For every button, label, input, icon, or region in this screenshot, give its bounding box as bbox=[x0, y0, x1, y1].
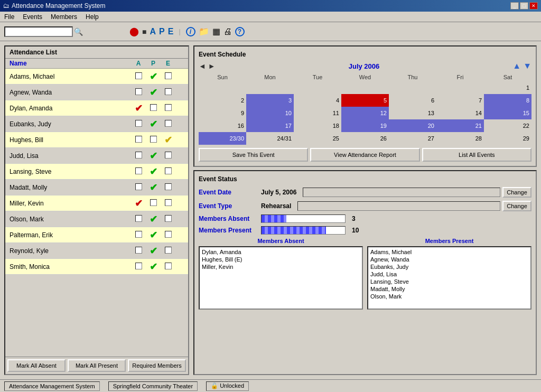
absent-checkbox-11[interactable] bbox=[135, 247, 142, 254]
cal-day[interactable]: 22 bbox=[484, 119, 531, 132]
present-check-11[interactable]: ✔ bbox=[150, 246, 157, 256]
search-icon[interactable]: 🔍 bbox=[74, 27, 83, 36]
cal-day[interactable]: 23/30 bbox=[199, 132, 246, 145]
cal-day[interactable] bbox=[294, 81, 341, 94]
save-event-button[interactable]: Save This Event bbox=[199, 148, 308, 162]
maximize-button[interactable]: □ bbox=[520, 2, 528, 10]
cal-day[interactable]: 13 bbox=[389, 107, 436, 119]
absent-checkbox-12[interactable] bbox=[135, 263, 142, 269]
cal-day-selected[interactable]: 5 bbox=[341, 94, 389, 107]
excused-checkbox-12[interactable] bbox=[165, 263, 172, 269]
help-icon[interactable]: ? bbox=[235, 27, 245, 36]
cal-day[interactable]: 9 bbox=[199, 107, 246, 119]
absent-checkbox-5[interactable] bbox=[135, 152, 142, 158]
menu-members[interactable]: Members bbox=[49, 13, 79, 21]
cal-day[interactable] bbox=[389, 81, 436, 94]
absent-checkbox-6[interactable] bbox=[135, 167, 142, 174]
cal-day[interactable]: 14 bbox=[436, 107, 484, 119]
present-checkbox-4[interactable] bbox=[150, 136, 157, 143]
present-check-0[interactable]: ✔ bbox=[150, 71, 157, 82]
excused-checkbox-6[interactable] bbox=[165, 167, 172, 174]
search-input[interactable] bbox=[4, 26, 73, 37]
excused-checkbox-10[interactable] bbox=[165, 231, 172, 238]
scroll-up-button[interactable]: ▲ bbox=[512, 61, 521, 71]
present-icon[interactable]: P bbox=[159, 27, 165, 36]
grid-icon[interactable]: ▦ bbox=[212, 26, 220, 36]
absent-listbox[interactable]: Dylan, Amanda Hughes, Bill (E) Miller, K… bbox=[199, 246, 363, 310]
present-check-10[interactable]: ✔ bbox=[150, 230, 157, 240]
excused-checkbox-9[interactable] bbox=[165, 215, 172, 222]
cal-day[interactable]: 20 bbox=[389, 119, 436, 132]
present-checkbox-8[interactable] bbox=[150, 199, 157, 206]
absent-checkbox-3[interactable] bbox=[135, 120, 142, 127]
cal-day[interactable]: 29 bbox=[484, 132, 531, 145]
absent-checkbox-1[interactable] bbox=[135, 88, 142, 95]
folder-icon[interactable]: 📁 bbox=[199, 26, 209, 36]
event-type-change-button[interactable]: Change bbox=[502, 201, 531, 211]
mark-all-absent-button[interactable]: Mark All Absent bbox=[7, 359, 66, 372]
absent-checkbox-4[interactable] bbox=[135, 136, 142, 143]
view-attendance-report-button[interactable]: View Attendance Report bbox=[310, 148, 419, 162]
cal-day[interactable]: 28 bbox=[436, 132, 484, 145]
present-check-7[interactable]: ✔ bbox=[150, 182, 157, 193]
cal-day[interactable]: 26 bbox=[341, 132, 389, 145]
excused-checkbox-5[interactable] bbox=[165, 152, 172, 158]
print-icon[interactable]: 🖨 bbox=[223, 27, 232, 36]
cal-day[interactable]: 17 bbox=[246, 119, 294, 132]
cal-day[interactable]: 27 bbox=[389, 132, 436, 145]
present-checkbox-2[interactable] bbox=[150, 104, 157, 111]
info-icon[interactable]: i bbox=[186, 27, 195, 36]
absent-check-8[interactable]: ✔ bbox=[135, 198, 143, 209]
cal-day[interactable]: 3 bbox=[246, 94, 294, 107]
absent-checkbox-9[interactable] bbox=[135, 215, 142, 222]
excused-icon[interactable]: E bbox=[168, 27, 174, 36]
cal-day[interactable]: 4 bbox=[294, 94, 341, 107]
next-month-button[interactable]: ► bbox=[208, 62, 216, 70]
cal-day[interactable]: 18 bbox=[294, 119, 341, 132]
cal-day[interactable]: 25 bbox=[294, 132, 341, 145]
excused-checkbox-8[interactable] bbox=[165, 199, 172, 206]
prev-month-button[interactable]: ◄ bbox=[199, 62, 206, 70]
cal-day[interactable]: 12 bbox=[341, 107, 389, 119]
cal-day[interactable] bbox=[246, 81, 294, 94]
excused-check-4[interactable]: ✔ bbox=[164, 135, 172, 145]
absent-checkbox-0[interactable] bbox=[135, 72, 142, 79]
excused-checkbox-0[interactable] bbox=[165, 72, 172, 79]
cal-day[interactable]: 24/31 bbox=[246, 132, 294, 145]
absent-check-2[interactable]: ✔ bbox=[135, 103, 143, 114]
record-icon[interactable]: ⬤ bbox=[129, 26, 139, 36]
cal-day[interactable]: 6 bbox=[389, 94, 436, 107]
present-check-3[interactable]: ✔ bbox=[150, 119, 157, 129]
excused-checkbox-1[interactable] bbox=[165, 88, 172, 95]
cal-day[interactable] bbox=[341, 81, 389, 94]
mark-all-present-button[interactable]: Mark All Present bbox=[68, 359, 126, 372]
absent-checkbox-10[interactable] bbox=[135, 231, 142, 238]
cal-day[interactable]: 11 bbox=[294, 107, 341, 119]
menu-help[interactable]: Help bbox=[83, 13, 101, 21]
present-check-5[interactable]: ✔ bbox=[150, 151, 157, 161]
present-check-9[interactable]: ✔ bbox=[150, 214, 157, 225]
absent-checkbox-7[interactable] bbox=[135, 183, 142, 190]
event-date-change-button[interactable]: Change bbox=[502, 187, 531, 198]
cal-day[interactable] bbox=[199, 81, 246, 94]
cal-day[interactable]: 21 bbox=[436, 119, 484, 132]
excused-checkbox-11[interactable] bbox=[165, 247, 172, 254]
present-check-1[interactable]: ✔ bbox=[150, 87, 157, 98]
present-listbox[interactable]: Adams, Michael Agnew, Wanda Eubanks, Jud… bbox=[367, 246, 531, 310]
present-check-6[interactable]: ✔ bbox=[150, 166, 157, 177]
excused-checkbox-2[interactable] bbox=[165, 104, 172, 111]
cal-day[interactable]: 19 bbox=[341, 119, 389, 132]
close-button[interactable]: ✕ bbox=[529, 2, 538, 10]
scroll-down-button[interactable]: ▼ bbox=[523, 61, 531, 71]
menu-file[interactable]: File bbox=[2, 13, 16, 21]
list-all-events-button[interactable]: List All Events bbox=[422, 148, 531, 162]
excused-checkbox-3[interactable] bbox=[165, 120, 172, 127]
present-check-12[interactable]: ✔ bbox=[150, 262, 157, 272]
cal-day[interactable]: 2 bbox=[199, 94, 246, 107]
cal-day[interactable]: 16 bbox=[199, 119, 246, 132]
cal-day[interactable]: 7 bbox=[436, 94, 484, 107]
menu-events[interactable]: Events bbox=[21, 13, 44, 21]
attendance-icon[interactable]: A bbox=[150, 27, 156, 36]
cal-day[interactable]: 15 bbox=[484, 107, 531, 119]
required-members-button[interactable]: Required Members bbox=[128, 359, 186, 372]
